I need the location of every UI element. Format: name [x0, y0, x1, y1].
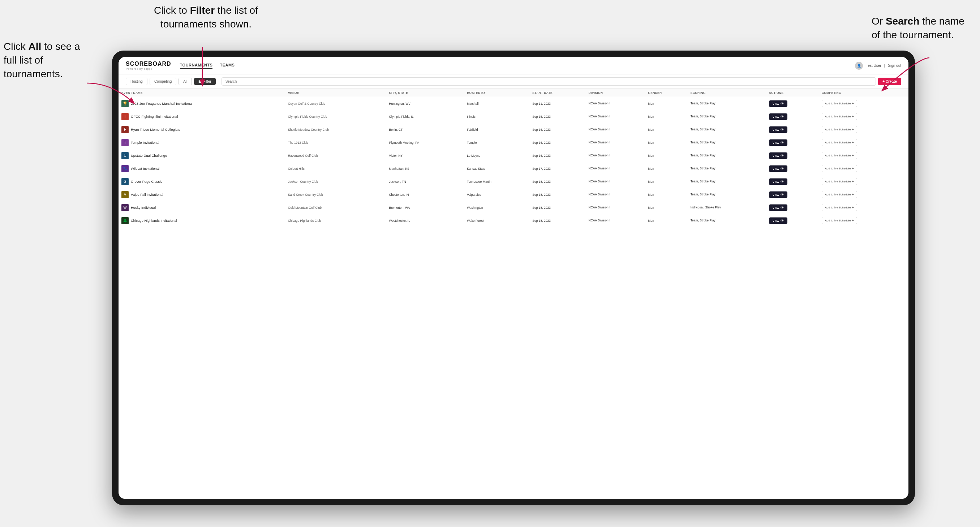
cell-scoring-4: Team, Stroke Play — [688, 149, 766, 162]
plus-icon-1: + — [852, 114, 854, 119]
table-body: 🏆 2023 Joe Feaganes Marshall Invitationa… — [119, 97, 908, 227]
nav-link-teams[interactable]: TEAMS — [220, 63, 234, 68]
view-button-7[interactable]: View 👁 — [769, 191, 788, 198]
plus-icon-8: + — [852, 206, 854, 210]
cell-competing-2: Add to My Schedule + — [819, 123, 908, 136]
cell-competing-1: Add to My Schedule + — [819, 110, 908, 123]
add-to-schedule-button-5[interactable]: Add to My Schedule + — [822, 165, 857, 172]
cell-competing-8: Add to My Schedule + — [819, 201, 908, 214]
col-start-date: START DATE — [530, 89, 585, 97]
create-button[interactable]: + Create — [878, 78, 901, 85]
cell-competing-7: Add to My Schedule + — [819, 188, 908, 201]
add-to-schedule-button-4[interactable]: Add to My Schedule + — [822, 152, 857, 159]
add-to-schedule-button-9[interactable]: Add to My Schedule + — [822, 217, 857, 224]
cell-hosted-7: Valparaiso — [464, 188, 530, 201]
cell-city-7: Chesterton, IN — [386, 188, 464, 201]
cell-hosted-8: Washington — [464, 201, 530, 214]
team-logo-3: T — [121, 139, 129, 146]
eye-icon-8: 👁 — [781, 206, 784, 210]
user-label: Test User — [866, 63, 881, 68]
cell-action-0: View 👁 — [766, 97, 819, 110]
event-name-text-2: Ryan T. Lee Memorial Collegiate — [131, 127, 180, 132]
view-button-5[interactable]: View 👁 — [769, 165, 788, 172]
plus-icon-2: + — [852, 127, 854, 132]
eye-icon-4: 👁 — [781, 154, 784, 157]
cell-action-6: View 👁 — [766, 175, 819, 188]
plus-icon-9: + — [852, 219, 854, 222]
cell-competing-9: Add to My Schedule + — [819, 214, 908, 227]
event-name-text-9: Chicago Highlands Invitational — [131, 219, 177, 222]
add-to-schedule-button-1[interactable]: Add to My Schedule + — [822, 113, 857, 120]
cell-gender-3: Men — [645, 136, 687, 149]
add-to-schedule-button-0[interactable]: Add to My Schedule + — [822, 100, 857, 107]
cell-scoring-2: Team, Stroke Play — [688, 123, 766, 136]
view-button-3[interactable]: View 👁 — [769, 140, 788, 146]
cell-division-3: NCAA Division I — [586, 136, 645, 149]
cell-city-5: Manhattan, KS — [386, 162, 464, 175]
cell-venue-0: Guyan Golf & Country Club — [285, 97, 386, 110]
cell-hosted-1: Illinois — [464, 110, 530, 123]
table-row: W Husky Individual Gold Mountain Golf Cl… — [119, 201, 908, 214]
table-row: I OFCC Fighting Illini Invitational Olym… — [119, 110, 908, 123]
cell-venue-4: Ravenwood Golf Club — [285, 149, 386, 162]
team-logo-6: G — [121, 178, 129, 185]
cell-event-name-7: V Valpo Fall Invitational — [119, 188, 285, 201]
filter-label: Filter — [203, 79, 211, 83]
cell-division-5: NCAA Division I — [586, 162, 645, 175]
nav-links: TOURNAMENTS TEAMS — [180, 63, 855, 68]
team-logo-9: 🌲 — [121, 217, 129, 224]
eye-icon-5: 👁 — [781, 167, 784, 170]
cell-date-1: Sep 15, 2023 — [530, 110, 585, 123]
nav-link-tournaments[interactable]: TOURNAMENTS — [180, 63, 213, 68]
cell-gender-2: Men — [645, 123, 687, 136]
cell-action-9: View 👁 — [766, 214, 819, 227]
competing-tab[interactable]: Competing — [150, 78, 177, 85]
view-button-1[interactable]: View 👁 — [769, 113, 788, 120]
col-hosted-by: HOSTED BY — [464, 89, 530, 97]
add-to-schedule-button-7[interactable]: Add to My Schedule + — [822, 191, 857, 198]
filter-icon: ☰ — [198, 79, 202, 83]
team-logo-7: V — [121, 191, 129, 198]
cell-hosted-6: Tennessee-Martin — [464, 175, 530, 188]
cell-event-name-3: T Temple Invitational — [119, 136, 285, 149]
hosting-tab[interactable]: Hosting — [126, 78, 148, 85]
cell-date-6: Sep 18, 2023 — [530, 175, 585, 188]
add-to-schedule-button-3[interactable]: Add to My Schedule + — [822, 139, 857, 146]
cell-city-9: Westchester, IL — [386, 214, 464, 227]
cell-event-name-4: U Upstate Dual Challenge — [119, 149, 285, 162]
cell-date-5: Sep 17, 2023 — [530, 162, 585, 175]
cell-scoring-9: Team, Stroke Play — [688, 214, 766, 227]
cell-competing-0: Add to My Schedule + — [819, 97, 908, 110]
view-button-8[interactable]: View 👁 — [769, 205, 788, 211]
cell-date-8: Sep 18, 2023 — [530, 201, 585, 214]
view-button-4[interactable]: View 👁 — [769, 152, 788, 159]
search-input[interactable] — [221, 77, 876, 86]
sign-out-link[interactable]: Sign out — [888, 63, 901, 68]
cell-scoring-7: Team, Stroke Play — [688, 188, 766, 201]
add-to-schedule-button-8[interactable]: Add to My Schedule + — [822, 204, 857, 211]
view-button-9[interactable]: View 👁 — [769, 217, 788, 224]
filter-button[interactable]: ☰ Filter — [194, 78, 215, 85]
nav-separator: | — [884, 63, 885, 68]
cell-hosted-2: Fairfield — [464, 123, 530, 136]
team-logo-5: 🐾 — [121, 165, 129, 172]
event-name-text-6: Grover Page Classic — [131, 179, 162, 184]
view-button-0[interactable]: View 👁 — [769, 100, 788, 107]
add-to-schedule-button-6[interactable]: Add to My Schedule + — [822, 178, 857, 185]
cell-date-2: Sep 16, 2023 — [530, 123, 585, 136]
view-button-2[interactable]: View 👁 — [769, 126, 788, 133]
cell-division-4: NCAA Division I — [586, 149, 645, 162]
cell-gender-5: Men — [645, 162, 687, 175]
annotation-left: Click All to see a full list of tourname… — [3, 40, 83, 81]
view-button-6[interactable]: View 👁 — [769, 178, 788, 185]
cell-gender-4: Men — [645, 149, 687, 162]
logo-title: SCOREBOARD — [126, 61, 171, 67]
cell-date-0: Sep 11, 2023 — [530, 97, 585, 110]
add-to-schedule-button-2[interactable]: Add to My Schedule + — [822, 126, 857, 133]
all-tab[interactable]: All — [178, 78, 192, 85]
cell-hosted-0: Marshall — [464, 97, 530, 110]
cell-action-8: View 👁 — [766, 201, 819, 214]
annotation-right: Or Search the name of the tournament. — [872, 14, 973, 42]
eye-icon-0: 👁 — [781, 102, 784, 105]
cell-date-9: Sep 18, 2023 — [530, 214, 585, 227]
